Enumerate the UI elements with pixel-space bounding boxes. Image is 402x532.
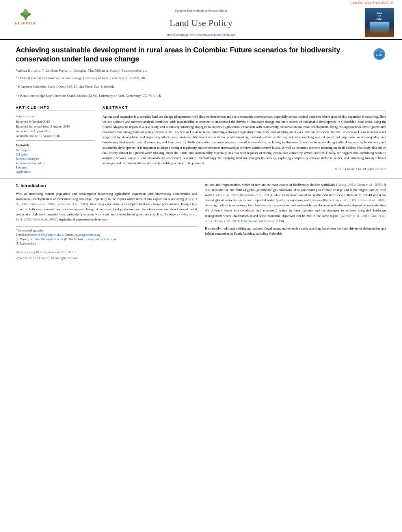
header-middle: Contents lists available at ScienceDirec…: [43, 8, 359, 37]
body-col-right: tat loss and fragmentation, which in tur…: [205, 182, 386, 261]
svg-text:Mark: Mark: [376, 54, 383, 56]
affiliation-c-text: c Kent's Interdisciplinary Centre for Sp…: [18, 94, 161, 98]
doi-section: http://dx.doi.org/10.1016/j.landusepol.2…: [16, 248, 197, 261]
doi-link[interactable]: http://dx.doi.org/10.1016/j.landusepol.2…: [16, 248, 197, 256]
svg-text:Cross: Cross: [376, 50, 383, 53]
svg-point-3: [24, 9, 28, 13]
keyword-4: Pastures: [16, 165, 95, 169]
elsevier-logo-area: ELSEVIER: [8, 8, 43, 37]
authors-line: Valeria Boron a,*, Esteban Payán b, Doug…: [16, 68, 386, 72]
journal-badge: LandUsePolicy: [365, 8, 394, 37]
affiliations: a a Durrell Institute of Conservation an…: [16, 75, 386, 98]
keywords-section: Keywords: Neotropics Oil palm Network an…: [16, 143, 95, 174]
affiliation-b-text: b Panthera Colombia, Calle 3 Oeste #3A-1…: [18, 85, 115, 89]
affiliation-c: c c Kent's Interdisciplinary Centre for …: [16, 93, 386, 98]
issn-text: 0264-8377/© 2016 Elsevier Ltd. All right…: [16, 256, 197, 261]
copyright-text: © 2016 Elsevier Ltd. All rights reserved…: [102, 167, 386, 171]
crossmark-area: Cross Mark: [372, 47, 386, 62]
keyword-3: Environmental policy: [16, 161, 95, 165]
keywords-label: Keywords:: [16, 143, 95, 147]
revised-date: Received in revised form 3 August 2016: [16, 124, 95, 128]
article-section: Achieving sustainable development in rur…: [0, 40, 402, 106]
elsevier-tree-icon: [18, 8, 34, 20]
right-para-2: Historically traditional shifting agricu…: [205, 226, 386, 236]
accepted-date: Accepted 14 August 2016: [16, 129, 95, 133]
header-flex: ELSEVIER Contents lists available at Sci…: [0, 5, 402, 39]
affiliation-a-text: a Durrell Institute of Conservation and …: [18, 76, 145, 80]
article-info-col: ARTICLE INFO Article history: Received 9…: [16, 106, 95, 174]
affiliation-a: a a Durrell Institute of Conservation an…: [16, 75, 386, 81]
divider: [16, 140, 95, 141]
footnote-star: * Corresponding author.: [16, 228, 197, 233]
body-section: 1. Introduction With an increasing human…: [0, 178, 402, 261]
article-info-header: ARTICLE INFO: [16, 106, 95, 111]
journal-header: Land Use Policy 59 (2016) 27–37 ELSEVIER: [0, 0, 402, 40]
received-date: Received 9 October 2015: [16, 120, 95, 124]
article-title: Achieving sustainable development in rur…: [16, 46, 368, 64]
page-container: Land Use Policy 59 (2016) 27–37 ELSEVIER: [0, 0, 402, 532]
volume-text: Land Use Policy 59 (2016) 27–37: [350, 1, 393, 5]
intro-title: 1. Introduction: [16, 182, 197, 189]
footnote-section: * Corresponding author. E-mail addresses…: [16, 226, 197, 261]
footnote-emails: E-mail addresses: vb210@kent.ac.uk (V. B…: [16, 233, 197, 246]
affiliation-b: b b Panthera Colombia, Calle 3 Oeste #3A…: [16, 83, 386, 89]
article-info-abstract: ARTICLE INFO Article history: Received 9…: [0, 106, 402, 174]
section-number: 1.: [16, 183, 19, 188]
sciencedirect-link[interactable]: ScienceDirect: [208, 9, 227, 13]
keyword-5: Agriculture: [16, 170, 95, 174]
keyword-1: Oil palm: [16, 152, 95, 156]
contents-label: Contents lists available at: [175, 9, 208, 13]
keyword-0: Neotropics: [16, 148, 95, 152]
svg-point-5: [28, 13, 31, 16]
right-para-1: tat loss and fragmentation, which in tur…: [205, 182, 386, 224]
section-title: Introduction: [20, 183, 46, 188]
crossmark-icon: Cross Mark: [372, 47, 386, 61]
journal-badge-area: LandUsePolicy: [359, 8, 394, 37]
body-col-left: 1. Introduction With an increasing human…: [16, 182, 197, 261]
homepage-label: journal homepage:: [166, 33, 190, 37]
abstract-text: Agricultural expansion is a complex land…: [102, 114, 386, 166]
volume-info: Land Use Policy 59 (2016) 27–37: [0, 0, 402, 5]
journal-name: Land Use Policy: [47, 18, 355, 28]
history-label: Article history:: [16, 114, 95, 118]
homepage-url[interactable]: www.elsevier.com/locate/landusepol: [190, 33, 236, 37]
elsevier-label: ELSEVIER: [15, 21, 36, 25]
sciencedirect-line: Contents lists available at ScienceDirec…: [47, 9, 355, 13]
keyword-2: Network analysis: [16, 157, 95, 161]
abstract-header: ABSTRACT: [102, 106, 386, 111]
abstract-col: ABSTRACT Agricultural expansion is a com…: [102, 106, 386, 174]
intro-para-1: With an increasing human population and …: [16, 191, 197, 222]
available-date: Available online 31 August 2016: [16, 134, 95, 138]
homepage-line: journal homepage: www.elsevier.com/locat…: [47, 33, 355, 37]
body-two-col: 1. Introduction With an increasing human…: [16, 182, 386, 261]
svg-point-4: [20, 13, 24, 16]
